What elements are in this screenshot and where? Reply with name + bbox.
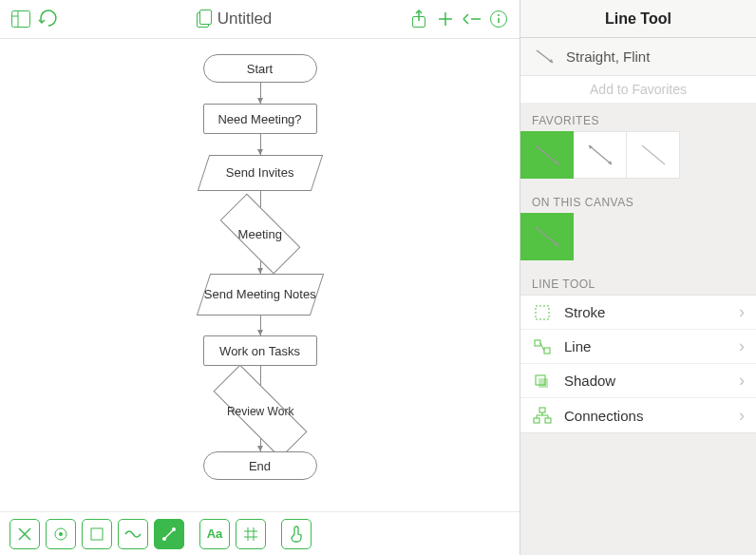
undo-button[interactable]	[34, 6, 61, 32]
bottom-toolbar: Aa	[0, 511, 520, 555]
svg-rect-37	[534, 418, 539, 423]
inspector-panel: Line Tool Straight, Flint Add to Favorit…	[520, 0, 756, 555]
touch-tool-button[interactable]	[281, 519, 312, 549]
shadow-row[interactable]: Shadow ›	[520, 364, 756, 398]
panel-title: Line Tool	[520, 0, 756, 38]
svg-rect-38	[545, 418, 551, 423]
info-button[interactable]	[485, 6, 512, 32]
chevron-right-icon: ›	[739, 336, 745, 356]
share-button[interactable]	[406, 6, 432, 32]
on-canvas-label: ON THIS CANVAS	[520, 184, 756, 213]
actions-button[interactable]	[459, 6, 485, 32]
line-tool-section-label: LINE TOOL	[520, 266, 756, 295]
svg-line-33	[540, 343, 544, 351]
favorites-swatches	[520, 131, 756, 184]
svg-rect-32	[544, 348, 550, 354]
canvas[interactable]: Start Need Meeting? Send Invites Meeting…	[0, 38, 520, 511]
chevron-right-icon: ›	[739, 371, 745, 391]
crop-tool-button[interactable]	[236, 519, 266, 549]
document-title[interactable]: Untitled	[195, 10, 273, 29]
selection-tool-button[interactable]	[9, 519, 40, 549]
flow-node-work-on-tasks[interactable]: Work on Tasks	[203, 335, 317, 366]
shape-tool-button[interactable]	[82, 519, 112, 549]
connections-row[interactable]: Connections ›	[520, 398, 756, 432]
svg-point-16	[59, 532, 63, 536]
arrow-icon	[534, 48, 557, 67]
text-tool-button[interactable]: Aa	[199, 519, 230, 549]
chevron-right-icon: ›	[739, 302, 745, 322]
svg-rect-31	[535, 340, 540, 346]
flow-node-send-notes[interactable]: Send Meeting Notes	[196, 274, 323, 316]
line-tool-button[interactable]	[154, 519, 184, 549]
svg-line-26	[536, 145, 558, 164]
svg-point-11	[498, 14, 500, 16]
current-line-style[interactable]: Straight, Flint	[520, 38, 756, 76]
flow-node-send-invites[interactable]: Send Invites	[197, 155, 322, 191]
svg-rect-17	[91, 528, 103, 540]
svg-rect-30	[536, 306, 549, 319]
canvas-swatch[interactable]	[520, 213, 574, 260]
top-toolbar: Untitled	[0, 0, 520, 38]
favorite-swatch[interactable]	[574, 131, 627, 179]
chevron-right-icon: ›	[739, 406, 745, 426]
svg-rect-4	[199, 10, 211, 25]
point-tool-button[interactable]	[46, 519, 76, 549]
add-button[interactable]	[432, 6, 459, 32]
document-title-text: Untitled	[217, 10, 273, 29]
svg-line-27	[589, 145, 612, 164]
line-settings-list: Stroke › Line › Shadow › Connections ›	[520, 295, 756, 433]
sidebar-toggle-button[interactable]	[8, 6, 34, 32]
line-icon	[532, 336, 553, 357]
svg-rect-34	[539, 378, 548, 388]
favorite-swatch[interactable]	[627, 131, 680, 179]
flow-arrow	[260, 315, 261, 335]
flow-arrow	[260, 83, 261, 104]
flow-node-need-meeting[interactable]: Need Meeting?	[203, 104, 317, 134]
flow-node-end[interactable]: End	[203, 451, 317, 480]
add-to-favorites-button[interactable]: Add to Favorites	[520, 76, 756, 103]
svg-line-28	[642, 145, 665, 164]
svg-line-29	[536, 227, 558, 246]
line-row[interactable]: Line ›	[520, 330, 756, 364]
canvas-swatches	[520, 213, 756, 266]
svg-rect-36	[539, 408, 545, 412]
stroke-row[interactable]: Stroke ›	[520, 296, 756, 330]
favorite-swatch[interactable]	[520, 131, 574, 179]
connections-icon	[532, 405, 553, 426]
shadow-icon	[532, 371, 553, 392]
svg-rect-0	[12, 11, 30, 28]
stroke-icon	[532, 302, 553, 323]
freehand-tool-button[interactable]	[118, 519, 148, 549]
flow-arrow	[260, 134, 261, 155]
svg-line-20	[165, 530, 173, 538]
favorites-label: FAVORITES	[520, 103, 756, 131]
flow-node-start[interactable]: Start	[203, 54, 317, 83]
